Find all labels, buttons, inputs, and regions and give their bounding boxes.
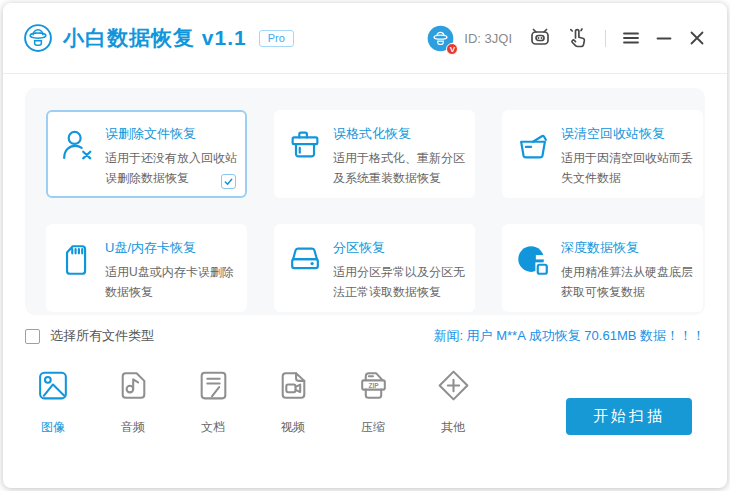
mode-desc: 适用于格式化、重新分区及系统重装数据恢复 (333, 148, 467, 188)
vip-badge: V (446, 43, 458, 55)
title-bar: 小白数据恢复 v1.1 Pro V ID: 3JQI (3, 3, 727, 74)
file-type-label: 视频 (281, 419, 305, 436)
zip-file-icon: ZIP (355, 367, 392, 404)
file-type-audio[interactable]: 音频 (110, 367, 156, 436)
mode-card-recycle-bin[interactable]: 误清空回收站恢复 适用于因清空回收站而丢失文件数据 (502, 110, 703, 198)
pro-badge: Pro (259, 30, 294, 47)
mode-card-deleted-file[interactable]: 误删除文件恢复 适用于还没有放入回收站误删除数据恢复 (46, 110, 247, 198)
mode-title: 误删除文件恢复 (105, 125, 239, 143)
mode-desc: 适用U盘或内存卡误删除数据恢复 (105, 262, 239, 302)
close-icon[interactable] (687, 28, 707, 48)
image-file-icon (35, 367, 72, 404)
file-type-label: 音频 (121, 419, 145, 436)
minimize-icon[interactable] (654, 28, 674, 48)
file-type-label: 其他 (441, 419, 465, 436)
mode-card-formatted[interactable]: 误格式化恢复 适用于格式化、重新分区及系统重装数据恢复 (274, 110, 475, 198)
file-type-document[interactable]: 文档 (190, 367, 236, 436)
user-id: ID: 3JQI (464, 31, 512, 46)
video-file-icon (275, 367, 312, 404)
deep-scan-icon (514, 241, 552, 279)
file-type-image[interactable]: 图像 (30, 367, 76, 436)
file-type-other[interactable]: 其他 (430, 367, 476, 436)
document-file-icon (195, 367, 232, 404)
mode-desc: 适用分区异常以及分区无法正常读取数据恢复 (333, 262, 467, 302)
mode-card-partition[interactable]: 分区恢复 适用分区异常以及分区无法正常读取数据恢复 (274, 224, 475, 312)
svg-text:ZIP: ZIP (368, 382, 379, 389)
audio-file-icon (115, 367, 152, 404)
other-diamond-plus-icon (435, 367, 472, 404)
file-type-selector: 图像 音频 文档 (30, 367, 476, 436)
file-type-video[interactable]: 视频 (270, 367, 316, 436)
file-type-label: 图像 (41, 419, 65, 436)
mode-desc: 使用精准算法从硬盘底层获取可恢复数据 (561, 262, 695, 302)
user-x-icon (58, 127, 96, 165)
mode-title: 误清空回收站恢复 (561, 125, 695, 143)
mode-title: 分区恢复 (333, 239, 467, 257)
mode-desc: 适用于还没有放入回收站误删除数据恢复 (105, 148, 239, 188)
mode-title: 深度数据恢复 (561, 239, 695, 257)
robot-assistant-icon[interactable] (528, 26, 552, 50)
start-scan-button[interactable]: 开始扫描 (566, 398, 692, 435)
sd-card-icon (58, 241, 96, 279)
mode-card-deep-scan[interactable]: 深度数据恢复 使用精准算法从硬盘底层获取可恢复数据 (502, 224, 703, 312)
select-all-row: 选择所有文件类型 新闻: 用户 M**A 成功恢复 70.61MB 数据！！！ (25, 326, 705, 346)
news-ticker: 新闻: 用户 M**A 成功恢复 70.61MB 数据！！！ (433, 327, 705, 345)
mode-desc: 适用于因清空回收站而丢失文件数据 (561, 148, 695, 188)
mode-checkbox-checked[interactable] (221, 174, 236, 189)
touch-guide-icon[interactable] (566, 26, 590, 50)
menu-icon[interactable] (621, 28, 641, 48)
mode-title: U盘/内存卡恢复 (105, 239, 239, 257)
hard-drive-icon (286, 241, 324, 279)
header-divider (605, 30, 606, 47)
app-window: 小白数据恢复 v1.1 Pro V ID: 3JQI (3, 3, 727, 488)
select-all-label: 选择所有文件类型 (50, 327, 154, 345)
mode-card-usb-sdcard[interactable]: U盘/内存卡恢复 适用U盘或内存卡误删除数据恢复 (46, 224, 247, 312)
mode-title: 误格式化恢复 (333, 125, 467, 143)
file-type-label: 文档 (201, 419, 225, 436)
file-type-label: 压缩 (361, 419, 385, 436)
app-title: 小白数据恢复 v1.1 (63, 24, 247, 52)
recovery-modes-panel: 误删除文件恢复 适用于还没有放入回收站误删除数据恢复 误格式化恢复 适用于格式化… (25, 88, 705, 315)
file-type-archive[interactable]: ZIP 压缩 (350, 367, 396, 436)
app-logo-icon (23, 23, 53, 53)
format-stamp-icon (286, 127, 324, 165)
select-all-checkbox[interactable] (25, 329, 40, 344)
recycle-bin-icon (514, 127, 552, 165)
user-avatar[interactable]: V (427, 25, 454, 52)
